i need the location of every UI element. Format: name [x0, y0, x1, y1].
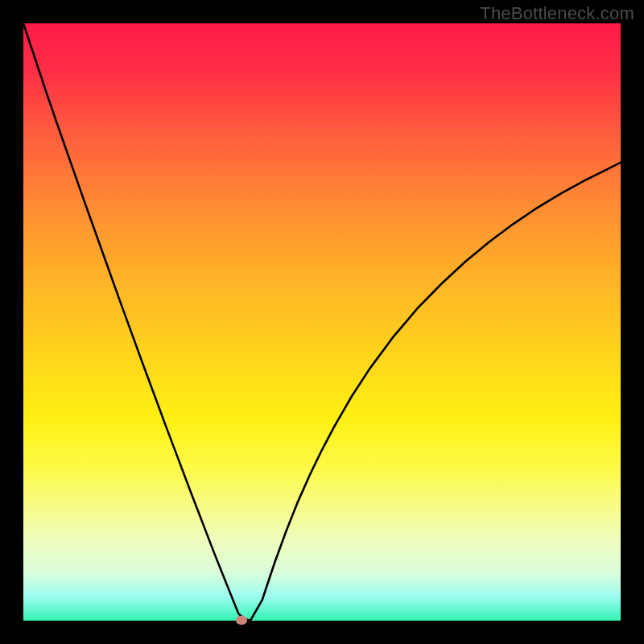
chart-frame: [23, 23, 621, 621]
bottleneck-curve: [23, 23, 621, 621]
watermark-text: TheBottleneck.com: [480, 3, 634, 24]
minimum-marker: [236, 616, 247, 625]
